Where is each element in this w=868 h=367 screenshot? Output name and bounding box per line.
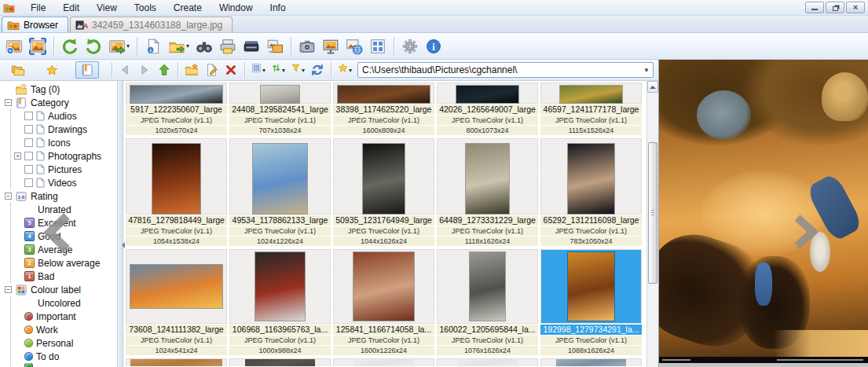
thumbnail-cell[interactable]: 65292_1312116098_largeJPEG TrueColor (v1…: [540, 138, 642, 246]
sidebar-section-rating[interactable]: −1-5Rating: [0, 189, 117, 203]
categories-panel-button[interactable]: [75, 61, 99, 79]
folders-panel-button[interactable]: [6, 61, 30, 79]
new-folder-button[interactable]: [182, 61, 201, 79]
thumbnail-cell[interactable]: [126, 358, 227, 366]
rotate-right-button[interactable]: [82, 35, 104, 57]
tree-item-to-do[interactable]: To do: [14, 350, 117, 363]
tree-expander-icon[interactable]: −: [5, 193, 12, 200]
tree-item-personal[interactable]: Personal: [14, 336, 117, 350]
thumbnail-cell[interactable]: 125841_1166714058_la...JPEG TrueColor (v…: [333, 249, 434, 355]
refresh-button[interactable]: [308, 61, 327, 79]
tree-expander-icon[interactable]: +: [14, 152, 21, 160]
tree-item-icons[interactable]: Icons: [14, 136, 117, 149]
thumbnail-cell[interactable]: 24408_1295824541_largeJPEG TrueColor (v1…: [229, 83, 331, 135]
tree-item-bad[interactable]: 1Bad: [14, 270, 117, 283]
address-dropdown-icon[interactable]: ▼: [640, 63, 653, 77]
filter-button[interactable]: ▾: [288, 61, 307, 79]
thumbnail-cell-selected[interactable]: 192998_1279734291_la...JPEG TrueColor (v…: [540, 249, 642, 355]
scrollbar-thumb[interactable]: [648, 142, 657, 284]
open-with-button[interactable]: ▾: [166, 35, 192, 57]
thumbnail-cell[interactable]: [437, 358, 538, 366]
edit-button[interactable]: [202, 61, 221, 79]
view-mode-button[interactable]: ▾: [249, 61, 268, 79]
rotate-left-button[interactable]: [59, 35, 81, 57]
tree-item-audios[interactable]: Audios: [14, 109, 117, 123]
grid-scrollbar[interactable]: [646, 81, 658, 367]
sort-button[interactable]: ▾: [269, 61, 288, 79]
tree-item-videos[interactable]: Videos: [14, 176, 117, 189]
tree-item-pictures[interactable]: Pictures: [14, 163, 117, 176]
up-button[interactable]: [155, 61, 174, 79]
convert-button[interactable]: ▾: [106, 35, 132, 57]
contact-sheet-button[interactable]: [367, 35, 389, 57]
web-upload-button[interactable]: [343, 35, 365, 57]
thumbnail-cell[interactable]: 49534_1178862133_largeJPEG TrueColor (v1…: [229, 138, 331, 246]
sidebar-splitter[interactable]: [118, 81, 123, 367]
category-checkbox[interactable]: [24, 165, 33, 174]
thumbnail-cell[interactable]: 5917_1222350607_largeJPEG TrueColor (v1.…: [126, 83, 227, 135]
properties-button[interactable]: i: [142, 35, 164, 57]
next-chevron-icon[interactable]: [793, 215, 818, 249]
view-image-button[interactable]: [3, 35, 25, 57]
print-button[interactable]: [217, 35, 239, 57]
thumbnail-cell[interactable]: 38398_1174625220_largeJPEG TrueColor (v1…: [333, 83, 434, 135]
menu-item-window[interactable]: Window: [211, 1, 262, 15]
tab-image[interactable]: A 342459_1314603188_large.jpg: [70, 17, 233, 32]
delete-button[interactable]: [222, 61, 240, 79]
tree-item[interactable]: [14, 363, 117, 367]
tree-item-uncolored[interactable]: Uncolored: [14, 296, 117, 310]
sidebar-section-category[interactable]: −Category: [0, 96, 117, 109]
thumbnail-cell[interactable]: 50935_1231764949_largeJPEG TrueColor (v1…: [333, 138, 434, 246]
thumbnail-cell[interactable]: 47816_1279818449_largeJPEG TrueColor (v1…: [126, 138, 227, 246]
tree-item-important[interactable]: Important: [14, 310, 117, 323]
menu-item-file[interactable]: File: [22, 1, 54, 15]
category-checkbox[interactable]: [24, 178, 33, 187]
fullscreen-button[interactable]: [27, 35, 49, 57]
tree-item-photographs[interactable]: +Photographs: [14, 149, 117, 163]
tree-expander-icon[interactable]: −: [5, 286, 12, 293]
capture-button[interactable]: [296, 35, 318, 57]
thumbnail-cell[interactable]: [540, 358, 642, 366]
tree-item-drawings[interactable]: Drawings: [14, 123, 117, 136]
scroll-up-button[interactable]: [647, 81, 658, 93]
tab-browser[interactable]: Browser: [2, 17, 68, 32]
sidebar-section-tag-[interactable]: Tag (0): [0, 83, 117, 96]
menu-item-tools[interactable]: Tools: [126, 1, 165, 15]
thumbnail-cell[interactable]: 106968_1163965763_la...JPEG TrueColor (v…: [229, 249, 331, 355]
slideshow-button[interactable]: [320, 35, 342, 57]
category-checkbox[interactable]: [24, 112, 33, 120]
thumbnail-image: [338, 86, 430, 103]
favorites-button[interactable]: ▾: [335, 61, 354, 79]
settings-button[interactable]: [399, 35, 421, 57]
thumbnail-cell[interactable]: 73608_1241111382_largeJPEG TrueColor (v1…: [126, 249, 227, 355]
sidebar-section-colour-label[interactable]: −Colour label: [0, 283, 117, 296]
about-button[interactable]: i: [423, 35, 445, 57]
thumbnail-cell[interactable]: 64489_1273331229_largeJPEG TrueColor (v1…: [437, 138, 538, 246]
close-button[interactable]: ×: [846, 2, 865, 13]
restore-button[interactable]: [826, 2, 844, 13]
minimize-button[interactable]: [805, 2, 824, 13]
copy-move-button[interactable]: [264, 35, 286, 57]
thumbnail-cell[interactable]: 46597_1241177178_largeJPEG TrueColor (v1…: [540, 83, 642, 135]
category-checkbox[interactable]: [24, 152, 33, 160]
tree-expander-icon[interactable]: −: [5, 99, 12, 106]
forward-button[interactable]: [135, 61, 154, 79]
tree-item-below-average[interactable]: 2Below average: [14, 256, 117, 270]
thumbnail-cell[interactable]: 42026_1265649007_largeJPEG TrueColor (v1…: [437, 83, 538, 135]
scan-button[interactable]: [240, 35, 262, 57]
back-button[interactable]: [115, 61, 134, 79]
menu-item-edit[interactable]: Edit: [54, 1, 88, 15]
category-checkbox[interactable]: [24, 125, 33, 134]
tree-item-work[interactable]: Work: [14, 323, 117, 336]
category-checkbox[interactable]: [24, 138, 33, 147]
menu-item-view[interactable]: View: [88, 1, 126, 15]
thumbnail-cell[interactable]: 160022_1205695844_la...JPEG TrueColor (v…: [437, 249, 538, 355]
search-button[interactable]: [193, 35, 215, 57]
menu-item-info[interactable]: Info: [262, 1, 295, 15]
prev-chevron-icon[interactable]: [43, 212, 71, 253]
address-input[interactable]: [358, 64, 640, 75]
thumbnail-cell[interactable]: [333, 358, 434, 366]
favorites-panel-button[interactable]: [41, 61, 64, 79]
menu-item-create[interactable]: Create: [165, 1, 211, 15]
thumbnail-cell[interactable]: [229, 358, 331, 366]
